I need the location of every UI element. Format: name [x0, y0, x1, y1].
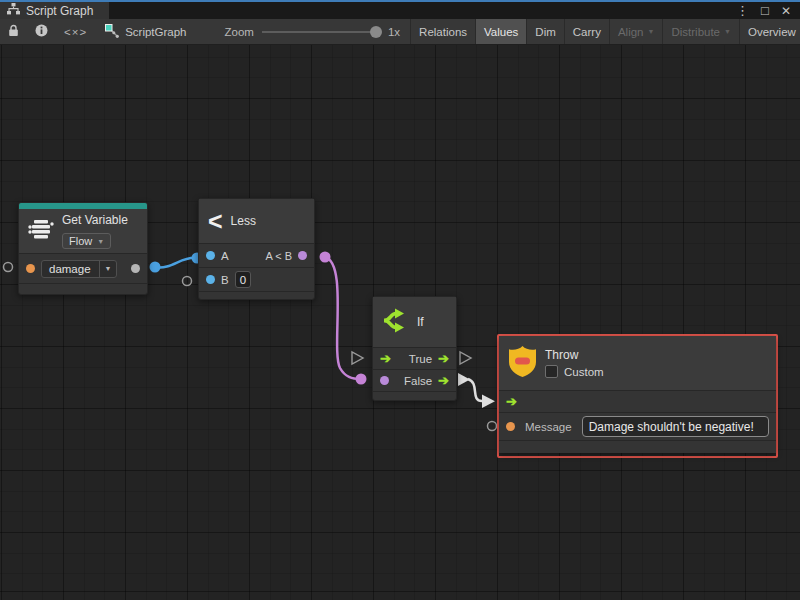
node-footer: [199, 291, 314, 299]
variable-icon: [28, 217, 54, 245]
node-throw[interactable]: Throw Custom ➔ Message Damage shouldn't …: [499, 336, 776, 453]
node-title: If: [417, 315, 424, 329]
variable-kind-dropdown[interactable]: Flow ▼: [62, 233, 111, 249]
zoom-slider[interactable]: [262, 31, 380, 33]
dim-label: Dim: [535, 26, 555, 38]
variable-name-dropdown[interactable]: damage ▼: [41, 260, 117, 278]
flow-input-port[interactable]: ➔: [380, 352, 391, 365]
code-view-button[interactable]: <×>: [56, 19, 95, 44]
graph-name-label: ScriptGraph: [125, 26, 186, 38]
flow-input-port[interactable]: ➔: [506, 395, 517, 408]
input-a-port[interactable]: [206, 251, 215, 260]
if-header[interactable]: If: [373, 297, 456, 347]
false-output-port[interactable]: ➔: [438, 374, 449, 387]
unconnected-triangle-if-true-out[interactable]: [460, 352, 471, 364]
less-row-b: B 0: [199, 267, 314, 291]
node-title: Throw: [545, 348, 604, 362]
script-graph-window: Script Graph ⋮ □ ✕: [0, 0, 800, 600]
wire-end-dot[interactable]: [356, 374, 367, 385]
true-label: True: [409, 353, 432, 365]
tab-bar-spacer: [109, 2, 736, 19]
unconnected-triangle-if-input[interactable]: [352, 352, 363, 364]
throw-flow-row: ➔: [499, 390, 776, 412]
maximize-icon[interactable]: □: [761, 4, 769, 17]
unconnected-ring-less-b[interactable]: [183, 277, 192, 286]
selection-outline: Throw Custom ➔ Message Damage shouldn't …: [497, 334, 778, 458]
graph-canvas[interactable]: Get Variable Flow ▼ damage ▼: [0, 45, 800, 600]
name-input-port[interactable]: [26, 264, 35, 273]
zoom-slider-handle[interactable]: [370, 26, 382, 38]
node-if[interactable]: If ➔ True ➔ False ➔: [372, 296, 457, 401]
unconnected-ring-throw-message[interactable]: [488, 422, 497, 431]
less-icon: <: [208, 209, 223, 234]
relations-button[interactable]: Relations: [410, 19, 476, 44]
less-row-a: A A < B: [199, 243, 314, 267]
graph-name-button[interactable]: ScriptGraph: [95, 19, 196, 44]
condition-input-port[interactable]: [380, 376, 389, 385]
message-label: Message: [521, 421, 576, 433]
graph-hierarchy-icon: [7, 3, 20, 18]
node-get-variable[interactable]: Get Variable Flow ▼ damage ▼: [18, 202, 148, 295]
wire-end-dot[interactable]: [150, 262, 161, 273]
dim-button[interactable]: Dim: [527, 19, 564, 44]
window-controls: ⋮ □ ✕: [736, 2, 800, 19]
values-button[interactable]: Values: [476, 19, 527, 44]
wire-end-dot[interactable]: [320, 252, 331, 263]
variable-name-value: damage: [42, 263, 99, 275]
info-icon: [35, 24, 48, 39]
chevron-down-icon: ▼: [648, 28, 655, 35]
relations-label: Relations: [419, 26, 467, 38]
result-output-port[interactable]: [298, 251, 307, 260]
wire-getvariable-to-less[interactable]: [155, 258, 197, 268]
if-false-row: False ➔: [373, 369, 456, 391]
overview-button[interactable]: Overview: [740, 19, 800, 44]
info-button[interactable]: [27, 19, 56, 44]
throw-message-row: Message Damage shouldn't be negative!: [499, 412, 776, 440]
custom-checkbox[interactable]: [545, 365, 558, 378]
tab-script-graph[interactable]: Script Graph: [0, 2, 109, 19]
error-shield-icon: [508, 345, 537, 382]
true-output-port[interactable]: ➔: [438, 352, 449, 365]
get-variable-header[interactable]: Get Variable Flow ▼: [19, 209, 147, 253]
lock-icon: [8, 24, 19, 39]
message-input-port[interactable]: [506, 422, 515, 431]
wire-less-to-if[interactable]: [325, 257, 361, 379]
tab-bar: Script Graph ⋮ □ ✕: [0, 0, 800, 19]
carry-button[interactable]: Carry: [565, 19, 610, 44]
node-title: Get Variable: [62, 213, 128, 227]
output-label: A < B: [265, 250, 292, 262]
less-header[interactable]: < Less: [199, 199, 314, 243]
graph-toolbar: <×> ScriptGraph Zoom 1x Relations: [0, 19, 800, 45]
b-value-field[interactable]: 0: [235, 271, 251, 288]
unconnected-ring-getvariable[interactable]: [4, 263, 13, 272]
chevron-down-icon: ▼: [97, 238, 104, 245]
distribute-label: Distribute: [671, 26, 720, 38]
tab-title: Script Graph: [26, 4, 93, 18]
message-field[interactable]: Damage shouldn't be negative!: [582, 416, 769, 437]
chevron-down-icon: ▼: [99, 261, 116, 277]
throw-header[interactable]: Throw Custom: [499, 336, 776, 390]
wire-arrowhead[interactable]: [482, 395, 495, 409]
window-menu-icon[interactable]: ⋮: [736, 4, 749, 17]
node-less[interactable]: < Less A A < B B 0: [198, 198, 315, 300]
zoom-control: Zoom 1x: [197, 19, 411, 44]
zoom-value: 1x: [388, 26, 400, 38]
graph-nodes-icon: [105, 24, 119, 40]
align-button[interactable]: Align ▼: [610, 19, 664, 44]
node-footer: [373, 391, 456, 400]
node-title: Less: [231, 214, 256, 228]
close-icon[interactable]: ✕: [781, 5, 791, 17]
input-b-port[interactable]: [206, 275, 215, 284]
align-label: Align: [618, 26, 644, 38]
distribute-button[interactable]: Distribute ▼: [663, 19, 740, 44]
value-output-port[interactable]: [131, 264, 140, 273]
false-label: False: [404, 375, 432, 387]
node-footer: [499, 440, 776, 453]
values-label: Values: [484, 26, 518, 38]
lock-button[interactable]: [0, 19, 27, 44]
wire-if-to-throw[interactable]: [468, 379, 482, 401]
code-icon: <×>: [64, 26, 87, 38]
branch-icon: [382, 307, 409, 338]
variable-kind-value: Flow: [69, 235, 92, 247]
custom-label: Custom: [564, 366, 604, 378]
